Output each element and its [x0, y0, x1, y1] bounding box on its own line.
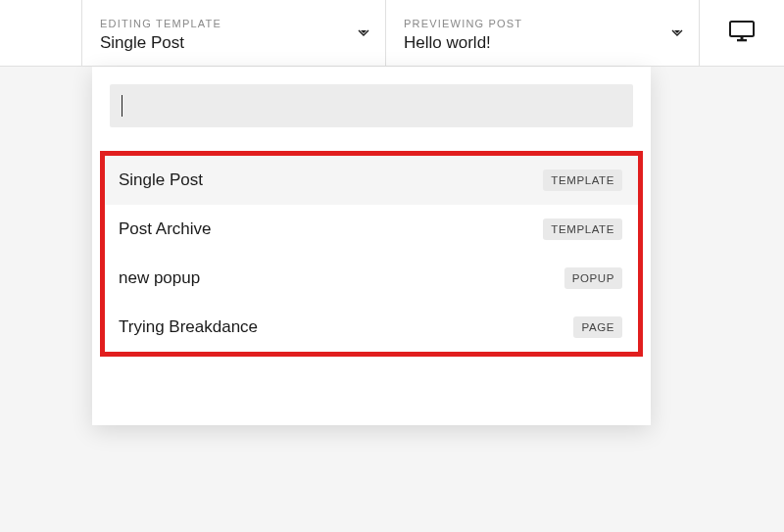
- list-item-label: new popup: [119, 268, 200, 288]
- editing-template-value: Single Post: [100, 33, 368, 53]
- chevron-down-icon: [671, 29, 683, 37]
- topbar: EDITING TEMPLATE Single Post PREVIEWING …: [0, 0, 784, 67]
- previewing-post-value: Hello world!: [404, 33, 681, 53]
- list-item-label: Single Post: [119, 170, 203, 190]
- editing-template-label: EDITING TEMPLATE: [100, 18, 368, 29]
- type-badge: TEMPLATE: [543, 169, 622, 191]
- desktop-icon: [729, 21, 755, 46]
- list-item[interactable]: Trying Breakdance PAGE: [105, 303, 638, 352]
- previewing-post-label: PREVIEWING POST: [404, 18, 681, 29]
- editing-template-selector[interactable]: EDITING TEMPLATE Single Post: [82, 0, 386, 66]
- results-highlight-box: Single Post TEMPLATE Post Archive TEMPLA…: [100, 151, 643, 357]
- type-badge: POPUP: [564, 267, 622, 289]
- chevron-down-icon: [358, 29, 369, 37]
- previewing-post-selector[interactable]: PREVIEWING POST Hello world!: [386, 0, 700, 66]
- svg-rect-2: [741, 36, 744, 40]
- list-item[interactable]: Post Archive TEMPLATE: [105, 205, 638, 254]
- list-item[interactable]: new popup POPUP: [105, 254, 638, 303]
- search-input[interactable]: [110, 84, 633, 127]
- template-dropdown-panel: Single Post TEMPLATE Post Archive TEMPLA…: [92, 67, 651, 425]
- device-preview-button[interactable]: [700, 0, 784, 66]
- list-item-label: Post Archive: [119, 219, 212, 239]
- list-item-label: Trying Breakdance: [119, 317, 258, 337]
- svg-rect-0: [730, 22, 754, 36]
- search-wrap: [92, 67, 651, 143]
- text-cursor: [122, 95, 122, 117]
- list-item[interactable]: Single Post TEMPLATE: [105, 156, 638, 205]
- topbar-left-spacer: [0, 0, 82, 66]
- type-badge: PAGE: [573, 316, 622, 338]
- type-badge: TEMPLATE: [543, 218, 622, 240]
